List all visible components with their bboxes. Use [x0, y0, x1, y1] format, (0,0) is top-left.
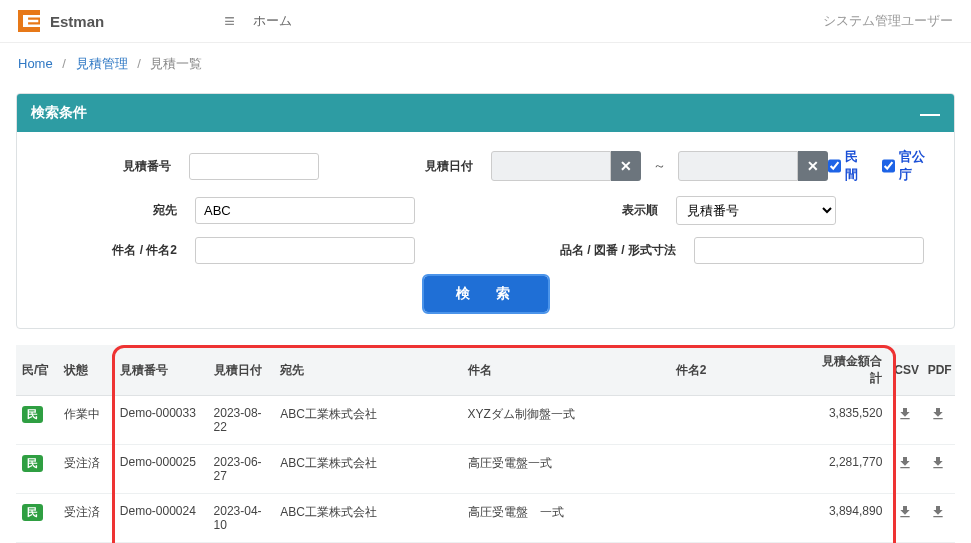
cell-kname2 — [670, 445, 816, 494]
breadcrumb-home[interactable]: Home — [18, 56, 53, 71]
badge-minkan: 民 — [22, 455, 43, 472]
label-date: 見積日付 — [357, 158, 491, 175]
date-range-separator: ～ — [641, 157, 678, 175]
results-table: 民/官 状態 見積番号 見積日付 宛先 件名 件名2 見積金額合計 CSV PD… — [16, 345, 955, 543]
cell-number: Demo-000024 — [114, 494, 208, 543]
th-kname2: 件名2 — [670, 345, 816, 396]
label-number: 見積番号 — [35, 158, 189, 175]
cell-amount: 3,835,520 — [815, 396, 888, 445]
badge-minkan: 民 — [22, 406, 43, 423]
checkbox-kankocho-input[interactable] — [882, 159, 895, 173]
input-date-to[interactable] — [678, 151, 798, 181]
th-kname: 件名 — [462, 345, 670, 396]
search-panel-title: 検索条件 — [31, 104, 87, 122]
checkbox-minkan[interactable]: 民間 — [828, 148, 870, 184]
th-dest: 宛先 — [274, 345, 461, 396]
brand-name: Estman — [50, 13, 104, 30]
table-row[interactable]: 民受注済Demo-0000242023-04-10ABC工業株式会社高圧受電盤 … — [16, 494, 955, 543]
cell-date: 2023-08-22 — [208, 396, 275, 445]
cell-date: 2023-04-10 — [208, 494, 275, 543]
cell-amount: 2,281,770 — [815, 445, 888, 494]
cell-status: 受注済 — [58, 494, 114, 543]
search-panel-header: 検索条件 — — [17, 94, 954, 132]
collapse-icon[interactable]: — — [920, 106, 940, 120]
table-row[interactable]: 民作業中Demo-0000332023-08-22ABC工業株式会社XYZダム制… — [16, 396, 955, 445]
clear-date-to-button[interactable]: ✕ — [798, 151, 828, 181]
cell-dest: ABC工業株式会社 — [274, 494, 461, 543]
cell-kname: 高圧受電盤一式 — [462, 445, 670, 494]
nav-home[interactable]: ホーム — [253, 12, 292, 30]
label-dest: 宛先 — [35, 202, 195, 219]
label-sort: 表示順 — [586, 202, 676, 219]
cell-dest: ABC工業株式会社 — [274, 396, 461, 445]
download-csv-icon[interactable] — [896, 406, 914, 422]
cell-amount: 3,894,890 — [815, 494, 888, 543]
download-pdf-icon[interactable] — [929, 406, 947, 422]
cell-number: Demo-000025 — [114, 445, 208, 494]
search-button[interactable]: 検 索 — [424, 276, 548, 312]
cell-number: Demo-000033 — [114, 396, 208, 445]
top-bar: Estman ≡ ホーム システム管理ユーザー — [0, 0, 971, 43]
th-mk: 民/官 — [16, 345, 58, 396]
download-pdf-icon[interactable] — [929, 504, 947, 520]
th-number: 見積番号 — [114, 345, 208, 396]
search-panel: 検索条件 — 見積番号 見積日付 ✕ ～ ✕ 民間 — [16, 93, 955, 329]
th-csv: CSV — [888, 345, 921, 396]
clear-date-from-button[interactable]: ✕ — [611, 151, 641, 181]
checkbox-kankocho[interactable]: 官公庁 — [882, 148, 936, 184]
th-date: 見積日付 — [208, 345, 275, 396]
label-pname: 品名 / 図番 / 形式寸法 — [544, 242, 694, 259]
menu-icon[interactable]: ≡ — [224, 11, 235, 32]
download-csv-icon[interactable] — [896, 504, 914, 520]
cell-status: 作業中 — [58, 396, 114, 445]
input-dest[interactable] — [195, 197, 415, 224]
download-csv-icon[interactable] — [896, 455, 914, 471]
current-user: システム管理ユーザー — [823, 12, 953, 30]
breadcrumb-mgmt[interactable]: 見積管理 — [76, 56, 128, 71]
th-status: 状態 — [58, 345, 114, 396]
input-kname[interactable] — [195, 237, 415, 264]
results-table-wrap: 民/官 状態 見積番号 見積日付 宛先 件名 件名2 見積金額合計 CSV PD… — [0, 345, 971, 543]
label-kname: 件名 / 件名2 — [35, 242, 195, 259]
breadcrumb: Home / 見積管理 / 見積一覧 — [0, 43, 971, 85]
cell-status: 受注済 — [58, 445, 114, 494]
select-sort[interactable]: 見積番号 — [676, 196, 836, 225]
cell-kname: XYZダム制御盤一式 — [462, 396, 670, 445]
cell-kname2 — [670, 396, 816, 445]
input-pname[interactable] — [694, 237, 924, 264]
input-date-from[interactable] — [491, 151, 611, 181]
badge-minkan: 民 — [22, 504, 43, 521]
logo-icon — [18, 10, 40, 32]
th-amount: 見積金額合計 — [815, 345, 888, 396]
cell-date: 2023-06-27 — [208, 445, 275, 494]
table-row[interactable]: 民受注済Demo-0000252023-06-27ABC工業株式会社高圧受電盤一… — [16, 445, 955, 494]
breadcrumb-current: 見積一覧 — [150, 56, 202, 71]
download-pdf-icon[interactable] — [929, 455, 947, 471]
input-number[interactable] — [189, 153, 319, 180]
cell-kname2 — [670, 494, 816, 543]
checkbox-minkan-input[interactable] — [828, 159, 841, 173]
th-pdf: PDF — [922, 345, 955, 396]
cell-dest: ABC工業株式会社 — [274, 445, 461, 494]
cell-kname: 高圧受電盤 一式 — [462, 494, 670, 543]
